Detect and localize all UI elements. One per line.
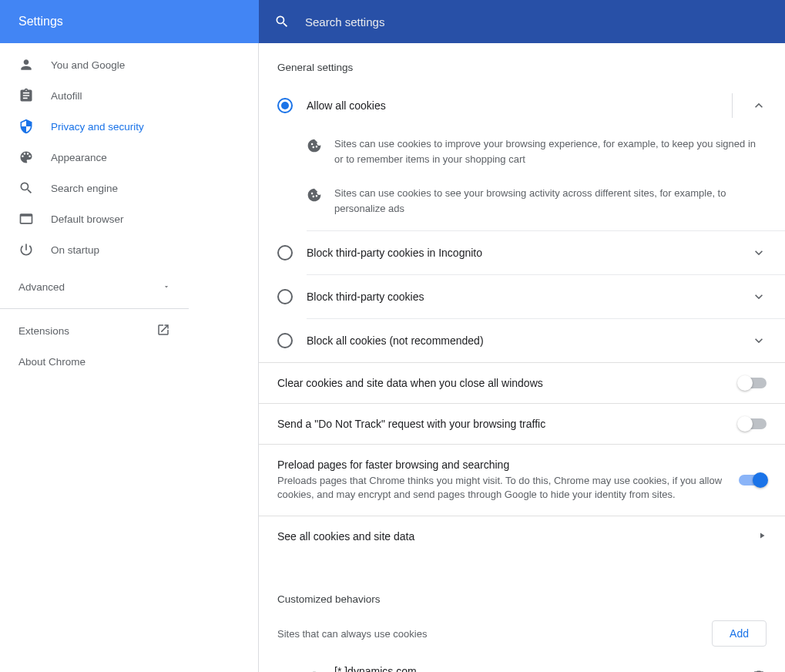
cookie-desc-2: Sites can use cookies to see your browsi… (259, 181, 785, 230)
nav-label: You and Google (51, 59, 125, 71)
arrow-right-icon (757, 531, 767, 543)
radio-label: Block third-party cookies (307, 291, 751, 303)
search-input[interactable] (305, 15, 785, 29)
sidebar-item-on-startup[interactable]: On startup (0, 234, 189, 265)
chevron-down-icon[interactable] (751, 333, 767, 348)
radio-block-all[interactable]: Block all cookies (not recommended) (259, 319, 785, 362)
main-content: General settings Allow all cookies Sites… (259, 43, 785, 672)
sidebar: You and Google Autofill Privacy and secu… (0, 43, 259, 672)
sidebar-extensions[interactable]: Extensions (0, 315, 189, 346)
radio-block-third-party[interactable]: Block third-party cookies (259, 275, 785, 318)
radio-icon (277, 289, 293, 304)
sidebar-item-search-engine[interactable]: Search engine (0, 173, 189, 203)
link-see-all-cookies[interactable]: See all cookies and site data (259, 516, 785, 556)
switch-off[interactable] (739, 378, 767, 388)
nav-label: Default browser (51, 213, 124, 225)
header-title-area: Settings (0, 0, 259, 43)
nav-label: On startup (51, 244, 99, 256)
search-area (259, 0, 785, 43)
cookie-icon (307, 187, 322, 203)
radio-allow-all-cookies[interactable]: Allow all cookies (259, 79, 785, 132)
sidebar-item-you-and-google[interactable]: You and Google (0, 49, 189, 80)
toggle-preload[interactable]: Preload pages for faster browsing and se… (259, 445, 785, 516)
palette-icon (18, 150, 34, 165)
desc-text: Sites can use cookies to see your browsi… (334, 186, 767, 217)
sidebar-about[interactable]: About Chrome (0, 346, 189, 377)
switch-off[interactable] (739, 418, 767, 429)
toggle-do-not-track[interactable]: Send a "Do Not Track" request with your … (259, 404, 785, 444)
radio-icon (277, 333, 293, 348)
link-label: See all cookies and site data (277, 530, 757, 543)
desc-text: Sites can use cookies to improve your br… (334, 136, 767, 167)
sidebar-item-privacy[interactable]: Privacy and security (0, 111, 189, 142)
power-icon (18, 242, 34, 257)
extensions-label: Extensions (18, 325, 69, 337)
clipboard-icon (18, 88, 34, 103)
advanced-label: Advanced (18, 281, 65, 293)
sidebar-advanced[interactable]: Advanced (0, 271, 189, 302)
radio-icon (277, 98, 293, 113)
toggle-label: Send a "Do Not Track" request with your … (277, 418, 726, 430)
toggle-clear-on-exit[interactable]: Clear cookies and site data when you clo… (259, 363, 785, 403)
sidebar-item-default-browser[interactable]: Default browser (0, 203, 189, 234)
page-title: Settings (18, 15, 63, 29)
search-icon (18, 180, 34, 196)
nav-label: Privacy and security (51, 121, 144, 133)
chevron-up-icon[interactable] (751, 98, 767, 113)
toggle-label: Clear cookies and site data when you clo… (277, 377, 726, 389)
browser-icon (18, 211, 34, 227)
radio-block-third-party-incognito[interactable]: Block third-party cookies in Incognito (259, 231, 785, 274)
nav-label: Search engine (51, 183, 118, 194)
chevron-down-icon (163, 281, 170, 293)
toggle-label: Preload pages for faster browsing and se… (277, 459, 726, 471)
radio-icon (277, 245, 293, 260)
chevron-down-icon[interactable] (751, 245, 767, 260)
cookie-icon (307, 138, 322, 153)
about-label: About Chrome (18, 356, 86, 368)
site-row: [*.]dynamics.com Including third-party c… (259, 656, 785, 672)
header: Settings (0, 0, 785, 43)
radio-label: Allow all cookies (307, 99, 732, 112)
nav-label: Appearance (51, 152, 107, 163)
divider (0, 308, 189, 309)
open-in-new-icon (156, 323, 170, 339)
toggle-sublabel: Preloads pages that Chrome thinks you mi… (277, 474, 726, 502)
cookie-desc-1: Sites can use cookies to improve your br… (259, 132, 785, 181)
search-icon (274, 14, 290, 29)
divider (732, 93, 733, 118)
radio-label: Block third-party cookies in Incognito (307, 247, 751, 259)
sidebar-item-appearance[interactable]: Appearance (0, 142, 189, 173)
sites-always-label: Sites that can always use cookies (277, 628, 427, 640)
person-icon (18, 57, 34, 72)
switch-on[interactable] (739, 475, 767, 486)
sites-always-header: Sites that can always use cookies Add (259, 611, 785, 656)
trash-icon[interactable] (751, 669, 767, 672)
add-button[interactable]: Add (712, 620, 767, 647)
customized-behaviors-title: Customized behaviors (259, 575, 785, 611)
search-wrap[interactable] (274, 6, 785, 37)
sidebar-item-autofill[interactable]: Autofill (0, 80, 189, 111)
shield-icon (18, 119, 34, 134)
general-settings-title: General settings (259, 43, 785, 79)
radio-label: Block all cookies (not recommended) (307, 334, 751, 347)
nav-label: Autofill (51, 90, 82, 102)
chevron-down-icon[interactable] (751, 289, 767, 304)
site-name: [*.]dynamics.com (334, 665, 745, 672)
